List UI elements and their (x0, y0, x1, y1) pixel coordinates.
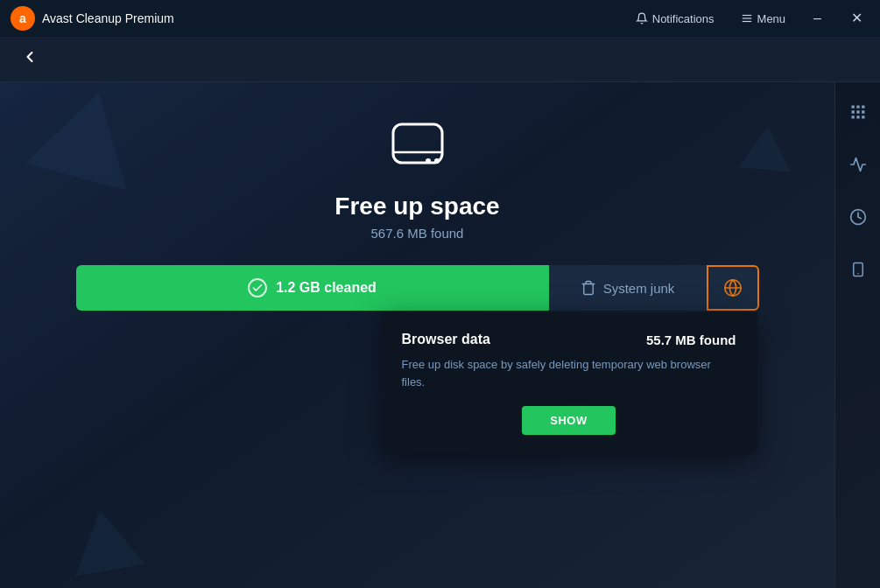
menu-icon (741, 12, 753, 24)
svg-rect-14 (862, 106, 864, 108)
menu-label: Menu (757, 12, 786, 25)
backbar (0, 37, 880, 82)
side-panel (834, 82, 880, 588)
tab-system-label: System junk (603, 281, 675, 296)
svg-rect-19 (856, 116, 859, 118)
tab-cleaned[interactable]: 1.2 GB cleaned (76, 265, 549, 311)
svg-rect-17 (862, 110, 864, 113)
app-title: Avast Cleanup Premium (42, 11, 174, 25)
check-circle-icon (248, 278, 267, 298)
svg-rect-18 (851, 116, 854, 118)
tab-browser[interactable]: Browser data 55.7 MB found Free up disk … (707, 265, 759, 311)
minimize-button[interactable]: – (806, 8, 828, 29)
content-area: Free up space 567.6 MB found 1.2 GB clea… (0, 82, 834, 588)
svg-text:a: a (19, 11, 26, 25)
show-button[interactable]: SHOW (522, 406, 615, 435)
bell-icon (636, 12, 648, 24)
svg-rect-13 (856, 106, 859, 108)
panel-size: 55.7 MB found (646, 332, 736, 347)
trash-icon (581, 280, 596, 296)
sidebar-history-icon[interactable] (842, 201, 874, 233)
svg-rect-16 (856, 110, 859, 113)
logo-area: a Avast Cleanup Premium (11, 6, 630, 31)
back-arrow-icon (21, 48, 39, 66)
titlebar: a Avast Cleanup Premium Notifications Me… (0, 0, 880, 37)
phone-icon (850, 261, 866, 278)
close-button[interactable]: ✕ (844, 8, 869, 29)
check-icon (251, 282, 264, 294)
globe-icon (723, 278, 743, 298)
svg-rect-15 (851, 110, 854, 113)
clock-icon (849, 208, 867, 226)
tab-cleaned-label: 1.2 GB cleaned (276, 280, 377, 296)
titlebar-controls: Notifications Menu – ✕ (630, 8, 869, 29)
svg-rect-12 (851, 106, 854, 108)
svg-rect-20 (862, 116, 864, 118)
svg-rect-5 (393, 124, 442, 163)
sidebar-chart-icon[interactable] (842, 149, 874, 180)
notifications-label: Notifications (652, 12, 715, 25)
page-subtitle: 567.6 MB found (371, 226, 464, 241)
page-title: Free up space (334, 192, 499, 220)
panel-description: Free up disk space by safely deleting te… (402, 356, 736, 390)
sidebar-phone-icon[interactable] (842, 254, 874, 285)
notifications-button[interactable]: Notifications (630, 9, 720, 29)
panel-title: Browser data (402, 332, 490, 347)
menu-button[interactable]: Menu (736, 9, 792, 29)
svg-point-8 (426, 158, 431, 164)
avast-logo: a (11, 6, 35, 31)
grid-icon (849, 103, 867, 121)
browser-panel: Browser data 55.7 MB found Free up disk … (381, 312, 757, 454)
svg-point-9 (434, 158, 440, 164)
back-button[interactable] (14, 45, 46, 74)
panel-header: Browser data 55.7 MB found (402, 332, 736, 347)
tab-system-junk[interactable]: System junk (549, 265, 707, 311)
tab-bar: 1.2 GB cleaned System junk (76, 265, 759, 311)
main-content: Free up space 567.6 MB found 1.2 GB clea… (0, 82, 880, 588)
chart-icon (849, 156, 867, 173)
hdd-icon (383, 108, 453, 178)
sidebar-grid-icon[interactable] (842, 96, 874, 128)
